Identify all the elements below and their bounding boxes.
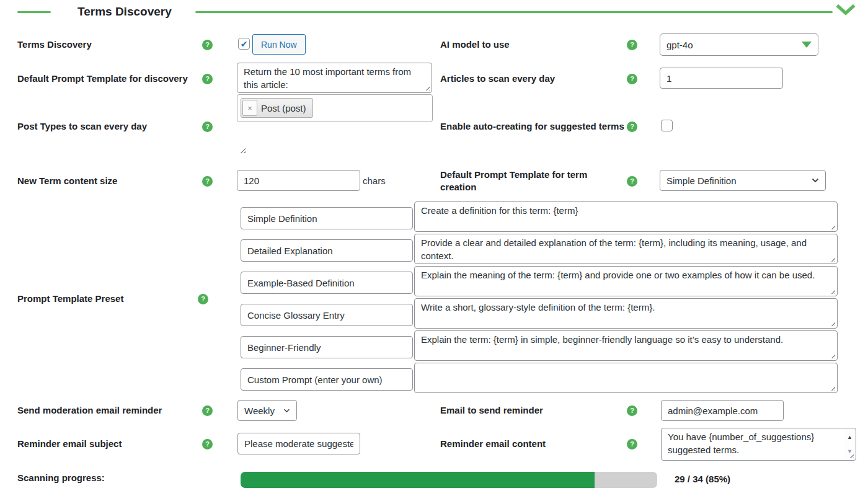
preset-name-input[interactable]: [241, 272, 413, 294]
selected-post-type-tag: × Post (post): [241, 98, 313, 118]
discovery-prompt-text: Return the 10 most important terms from …: [244, 66, 411, 90]
ai-model-select[interactable]: gpt-4o: [660, 33, 818, 56]
chevron-down-icon: [283, 409, 290, 413]
preset-name-input[interactable]: [241, 368, 413, 391]
header-divider-left: [17, 11, 51, 13]
preset-help-icon[interactable]: ?: [198, 294, 208, 304]
terms-discovery-help-icon[interactable]: ?: [202, 40, 213, 50]
preset-prompt-text: Explain the term: {term} in simple, begi…: [421, 334, 783, 345]
progress-label: Scanning progress:: [17, 472, 105, 483]
moderation-reminder-label: Send moderation email reminder: [17, 405, 162, 415]
term-template-select[interactable]: Simple Definition: [660, 170, 826, 191]
post-types-help-icon[interactable]: ?: [202, 122, 213, 132]
auto-create-label: Enable auto-creating for suggested terms: [440, 121, 624, 131]
ai-model-selected-value: gpt-4o: [666, 40, 802, 50]
resize-handle-icon[interactable]: [830, 224, 835, 229]
remove-tag-button[interactable]: ×: [242, 100, 257, 116]
section-title: Terms Discovery: [78, 5, 172, 19]
post-types-label: Post Types to scan every day: [17, 121, 147, 131]
moderation-reminder-help-icon[interactable]: ?: [202, 405, 213, 416]
preset-name-input[interactable]: [241, 304, 413, 326]
resize-handle-icon[interactable]: [239, 147, 246, 153]
articles-per-day-help-icon[interactable]: ?: [627, 74, 637, 84]
content-size-help-icon[interactable]: ?: [202, 176, 213, 187]
dropdown-arrow-icon: [802, 42, 812, 48]
term-template-selected-value: Simple Definition: [666, 175, 812, 186]
discovery-prompt-help-icon[interactable]: ?: [202, 74, 213, 84]
resize-handle-icon[interactable]: [830, 385, 835, 391]
progress-value: 29 / 34 (85%): [675, 474, 730, 484]
terms-discovery-settings-panel: Terms Discovery Terms Discovery ? ✔ Run …: [0, 0, 868, 496]
preset-prompt-textarea[interactable]: Explain the term: {term} in simple, begi…: [414, 330, 838, 361]
auto-create-checkbox[interactable]: [661, 120, 673, 131]
section-collapse-chevron-down-icon[interactable]: [836, 4, 856, 17]
reminder-content-label: Reminder email content: [440, 438, 546, 449]
run-now-button[interactable]: Run Now: [252, 34, 306, 55]
terms-discovery-label: Terms Discovery: [17, 39, 92, 50]
progress-bar: [241, 472, 657, 488]
reminder-content-textarea[interactable]: You have {number_of_suggestions} suggest…: [661, 428, 856, 461]
post-type-tag-label: Post (post): [261, 103, 306, 113]
preset-label: Prompt Template Preset: [17, 293, 123, 304]
preset-name-input[interactable]: [241, 239, 413, 262]
ai-model-label: AI model to use: [440, 39, 510, 50]
reminder-content-text: You have {number_of_suggestions} suggest…: [668, 432, 814, 455]
preset-prompt-text: Write a short, glossary-style definition…: [421, 302, 655, 312]
resize-handle-icon[interactable]: [830, 353, 835, 358]
progress-fill: [241, 472, 595, 488]
articles-per-day-input[interactable]: [660, 68, 783, 89]
content-size-label: New Term content size: [17, 175, 117, 186]
preset-prompt-textarea[interactable]: Explain the meaning of the term: {term} …: [414, 266, 838, 296]
preset-name-input[interactable]: [241, 207, 413, 229]
resize-handle-icon[interactable]: [424, 85, 430, 91]
resize-handle-icon[interactable]: [830, 256, 835, 262]
reminder-subject-input[interactable]: [237, 433, 360, 454]
scroll-up-arrow-icon[interactable]: ▲: [847, 431, 852, 444]
reminder-email-label: Email to send reminder: [440, 405, 543, 415]
checkmark-icon: ✔: [241, 40, 248, 48]
reminder-subject-label: Reminder email subject: [17, 438, 122, 449]
term-template-label: Default Prompt Template for term creatio…: [440, 169, 598, 193]
content-size-input[interactable]: [237, 170, 360, 191]
moderation-reminder-select[interactable]: Weekly: [237, 400, 297, 421]
articles-per-day-label: Articles to scan every day: [440, 73, 555, 84]
ai-model-help-icon[interactable]: ?: [627, 40, 637, 50]
terms-discovery-checkbox[interactable]: ✔: [238, 38, 250, 50]
chevron-down-icon: [812, 178, 819, 183]
preset-prompt-textarea[interactable]: Create a definition for this term: {term…: [414, 202, 838, 232]
auto-create-help-icon[interactable]: ?: [627, 122, 637, 132]
reminder-email-help-icon[interactable]: ?: [627, 405, 637, 416]
resize-handle-icon[interactable]: [830, 288, 835, 294]
header-divider-right: [195, 11, 833, 13]
reminder-email-input[interactable]: [661, 400, 784, 421]
moderation-reminder-selected-value: Weekly: [244, 405, 283, 416]
reminder-content-help-icon[interactable]: ?: [627, 439, 637, 450]
discovery-prompt-label: Default Prompt Template for discovery: [17, 73, 216, 85]
preset-name-input[interactable]: [241, 336, 413, 358]
preset-prompt-text: Provide a clear and detailed explanation…: [421, 237, 807, 261]
content-size-suffix: chars: [363, 175, 386, 186]
discovery-prompt-textarea[interactable]: Return the 10 most important terms from …: [237, 63, 432, 93]
reminder-subject-help-icon[interactable]: ?: [202, 439, 213, 450]
preset-prompt-textarea[interactable]: Write a short, glossary-style definition…: [414, 298, 838, 329]
post-types-multiselect[interactable]: × Post (post): [237, 94, 433, 122]
preset-prompt-text: Explain the meaning of the term: {term} …: [421, 270, 815, 280]
preset-prompt-textarea[interactable]: [414, 363, 838, 393]
preset-prompt-text: Create a definition for this term: {term…: [421, 205, 578, 216]
resize-handle-icon[interactable]: [830, 321, 835, 326]
preset-prompt-textarea[interactable]: Provide a clear and detailed explanation…: [414, 234, 838, 264]
term-template-help-icon[interactable]: ?: [627, 176, 637, 187]
